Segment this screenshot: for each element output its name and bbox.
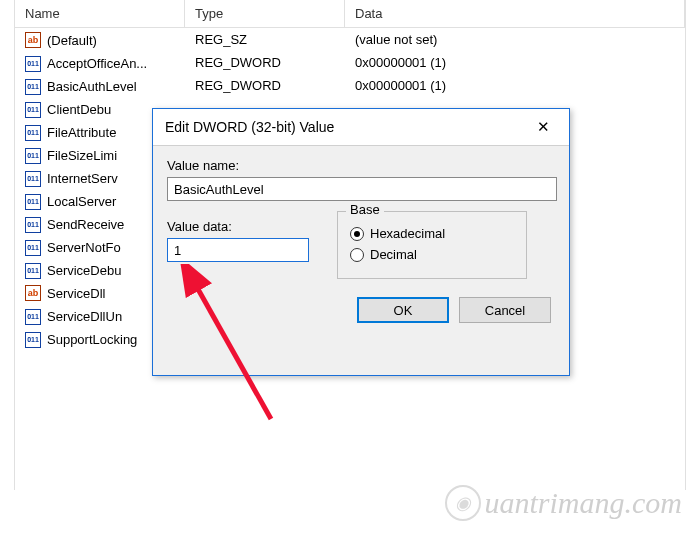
reg-binary-icon (25, 332, 41, 348)
table-row[interactable]: BasicAuthLevelREG_DWORD0x00000001 (1) (15, 74, 685, 97)
ok-button[interactable]: OK (357, 297, 449, 323)
base-fieldset: Base Hexadecimal Decimal (337, 211, 527, 279)
column-header-type[interactable]: Type (185, 0, 345, 27)
row-data: (value not set) (345, 32, 685, 47)
reg-binary-icon (25, 240, 41, 256)
column-header-data[interactable]: Data (345, 0, 685, 27)
table-row[interactable]: AcceptOfficeAn...REG_DWORD0x00000001 (1) (15, 51, 685, 74)
row-name: ServiceDllUn (47, 309, 122, 324)
reg-binary-icon (25, 194, 41, 210)
reg-binary-icon (25, 171, 41, 187)
reg-binary-icon (25, 79, 41, 95)
cancel-button[interactable]: Cancel (459, 297, 551, 323)
row-name: ServiceDll (47, 286, 106, 301)
base-legend: Base (346, 202, 384, 217)
close-icon: ✕ (537, 118, 550, 136)
radio-label: Hexadecimal (370, 226, 445, 241)
reg-binary-icon (25, 102, 41, 118)
row-name: AcceptOfficeAn... (47, 56, 147, 71)
row-name: InternetServ (47, 171, 118, 186)
column-header-row: Name Type Data (15, 0, 685, 28)
row-name: (Default) (47, 33, 97, 48)
radio-label: Decimal (370, 247, 417, 262)
reg-binary-icon (25, 309, 41, 325)
row-data: 0x00000001 (1) (345, 78, 685, 93)
row-type: REG_DWORD (185, 78, 345, 93)
row-name: SendReceive (47, 217, 124, 232)
table-row[interactable]: (Default)REG_SZ(value not set) (15, 28, 685, 51)
row-name: LocalServer (47, 194, 116, 209)
reg-binary-icon (25, 217, 41, 233)
lightbulb-icon: ◉ (445, 485, 481, 521)
radio-icon (350, 248, 364, 262)
reg-binary-icon (25, 125, 41, 141)
edit-dword-dialog: Edit DWORD (32-bit) Value ✕ Value name: … (152, 108, 570, 376)
watermark-text: uantrimang.com (485, 486, 683, 520)
dialog-title: Edit DWORD (32-bit) Value (165, 119, 334, 135)
radio-icon (350, 227, 364, 241)
reg-binary-icon (25, 263, 41, 279)
row-name: BasicAuthLevel (47, 79, 137, 94)
row-name: ServiceDebu (47, 263, 121, 278)
row-type: REG_SZ (185, 32, 345, 47)
value-data-label: Value data: (167, 219, 309, 234)
row-name: ServerNotFo (47, 240, 121, 255)
reg-binary-icon (25, 56, 41, 72)
column-header-name[interactable]: Name (15, 0, 185, 27)
close-button[interactable]: ✕ (525, 115, 561, 139)
row-type: REG_DWORD (185, 55, 345, 70)
watermark: ◉ uantrimang.com (445, 485, 683, 521)
radio-hexadecimal[interactable]: Hexadecimal (350, 226, 514, 241)
row-data: 0x00000001 (1) (345, 55, 685, 70)
row-name: FileSizeLimi (47, 148, 117, 163)
row-name: FileAttribute (47, 125, 116, 140)
dialog-titlebar[interactable]: Edit DWORD (32-bit) Value ✕ (153, 109, 569, 146)
value-name-input[interactable] (167, 177, 557, 201)
reg-binary-icon (25, 148, 41, 164)
value-name-label: Value name: (167, 158, 555, 173)
row-name: SupportLocking (47, 332, 137, 347)
value-data-input[interactable] (167, 238, 309, 262)
radio-decimal[interactable]: Decimal (350, 247, 514, 262)
dialog-body: Value name: Value data: Base Hexadecimal… (153, 146, 569, 337)
row-name: ClientDebu (47, 102, 111, 117)
reg-string-icon (25, 285, 41, 301)
reg-string-icon (25, 32, 41, 48)
